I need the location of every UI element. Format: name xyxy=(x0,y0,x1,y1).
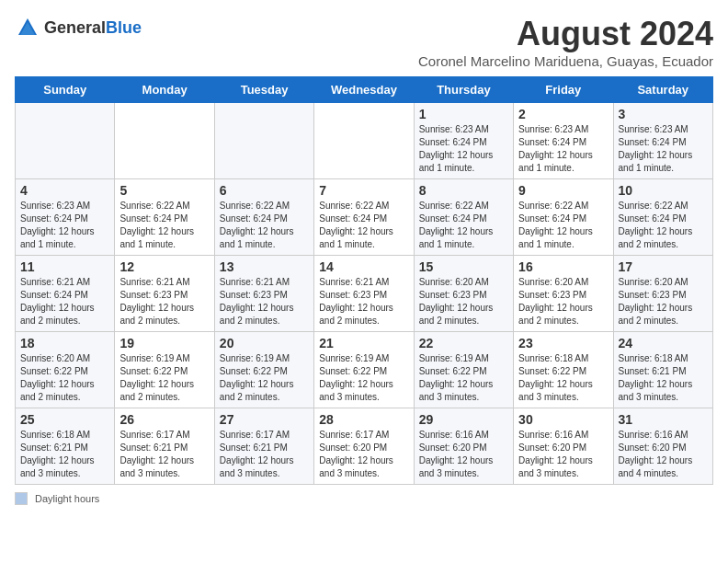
date-number: 5 xyxy=(119,183,209,198)
week-row-5: 25Sunrise: 6:18 AM Sunset: 6:21 PM Dayli… xyxy=(16,408,713,485)
logo-blue: Blue xyxy=(106,18,142,37)
week-row-3: 11Sunrise: 6:21 AM Sunset: 6:24 PM Dayli… xyxy=(16,256,713,332)
calendar-cell: 23Sunrise: 6:18 AM Sunset: 6:22 PM Dayli… xyxy=(514,332,613,408)
cell-info: Sunrise: 6:19 AM Sunset: 6:22 PM Dayligh… xyxy=(220,352,309,404)
cell-info: Sunrise: 6:16 AM Sunset: 6:20 PM Dayligh… xyxy=(419,429,508,480)
cell-info: Sunrise: 6:22 AM Sunset: 6:24 PM Dayligh… xyxy=(220,200,309,251)
calendar-cell: 6Sunrise: 6:22 AM Sunset: 6:24 PM Daylig… xyxy=(214,179,313,256)
calendar-cell xyxy=(16,103,115,179)
calendar-cell: 16Sunrise: 6:20 AM Sunset: 6:23 PM Dayli… xyxy=(514,256,613,332)
date-number: 30 xyxy=(518,412,608,427)
date-number: 19 xyxy=(119,336,209,350)
calendar-cell: 5Sunrise: 6:22 AM Sunset: 6:24 PM Daylig… xyxy=(115,179,214,256)
subtitle: Coronel Marcelino Mariduena, Guayas, Ecu… xyxy=(418,53,713,69)
calendar-cell: 20Sunrise: 6:19 AM Sunset: 6:22 PM Dayli… xyxy=(214,332,313,408)
title-area: August 2024 Coronel Marcelino Mariduena,… xyxy=(418,15,713,69)
calendar-cell: 27Sunrise: 6:17 AM Sunset: 6:21 PM Dayli… xyxy=(214,408,313,485)
cell-info: Sunrise: 6:20 AM Sunset: 6:22 PM Dayligh… xyxy=(20,352,109,404)
date-number: 10 xyxy=(619,183,708,198)
header-row: SundayMondayTuesdayWednesdayThursdayFrid… xyxy=(16,77,713,103)
date-number: 27 xyxy=(220,412,309,427)
legend: Daylight hours xyxy=(15,492,713,505)
day-header-thursday: Thursday xyxy=(414,77,513,103)
calendar-cell: 11Sunrise: 6:21 AM Sunset: 6:24 PM Dayli… xyxy=(16,256,115,332)
date-number: 3 xyxy=(619,107,708,121)
calendar-cell: 1Sunrise: 6:23 AM Sunset: 6:24 PM Daylig… xyxy=(414,103,513,179)
date-number: 16 xyxy=(518,259,608,274)
legend-box xyxy=(15,492,28,505)
date-number: 31 xyxy=(619,412,708,427)
calendar-cell: 28Sunrise: 6:17 AM Sunset: 6:20 PM Dayli… xyxy=(314,408,414,485)
calendar-cell: 30Sunrise: 6:16 AM Sunset: 6:20 PM Dayli… xyxy=(514,408,613,485)
calendar-cell xyxy=(115,103,214,179)
date-number: 7 xyxy=(319,183,408,198)
cell-info: Sunrise: 6:17 AM Sunset: 6:21 PM Dayligh… xyxy=(220,429,309,480)
date-number: 9 xyxy=(518,183,608,198)
cell-info: Sunrise: 6:23 AM Sunset: 6:24 PM Dayligh… xyxy=(20,200,109,251)
logo: GeneralBlue xyxy=(15,15,142,40)
date-number: 12 xyxy=(119,259,209,274)
date-number: 24 xyxy=(619,336,708,350)
cell-info: Sunrise: 6:20 AM Sunset: 6:23 PM Dayligh… xyxy=(619,276,708,327)
cell-info: Sunrise: 6:21 AM Sunset: 6:23 PM Dayligh… xyxy=(220,276,309,327)
date-number: 22 xyxy=(419,336,508,350)
cell-info: Sunrise: 6:21 AM Sunset: 6:23 PM Dayligh… xyxy=(319,276,408,327)
calendar-cell xyxy=(314,103,414,179)
date-number: 26 xyxy=(119,412,209,427)
calendar-cell: 12Sunrise: 6:21 AM Sunset: 6:23 PM Dayli… xyxy=(115,256,214,332)
week-row-2: 4Sunrise: 6:23 AM Sunset: 6:24 PM Daylig… xyxy=(16,179,713,256)
cell-info: Sunrise: 6:17 AM Sunset: 6:21 PM Dayligh… xyxy=(119,429,209,480)
calendar-cell: 25Sunrise: 6:18 AM Sunset: 6:21 PM Dayli… xyxy=(16,408,115,485)
calendar-cell: 8Sunrise: 6:22 AM Sunset: 6:24 PM Daylig… xyxy=(414,179,513,256)
cell-info: Sunrise: 6:21 AM Sunset: 6:24 PM Dayligh… xyxy=(20,276,109,327)
calendar-cell: 4Sunrise: 6:23 AM Sunset: 6:24 PM Daylig… xyxy=(16,179,115,256)
date-number: 1 xyxy=(419,107,508,121)
calendar-cell: 17Sunrise: 6:20 AM Sunset: 6:23 PM Dayli… xyxy=(613,256,712,332)
cell-info: Sunrise: 6:18 AM Sunset: 6:21 PM Dayligh… xyxy=(619,352,708,404)
main-title: August 2024 xyxy=(418,15,713,53)
cell-info: Sunrise: 6:16 AM Sunset: 6:20 PM Dayligh… xyxy=(518,429,608,480)
date-number: 11 xyxy=(20,259,109,274)
calendar-cell: 26Sunrise: 6:17 AM Sunset: 6:21 PM Dayli… xyxy=(115,408,214,485)
calendar-cell: 29Sunrise: 6:16 AM Sunset: 6:20 PM Dayli… xyxy=(414,408,513,485)
calendar-cell: 31Sunrise: 6:16 AM Sunset: 6:20 PM Dayli… xyxy=(613,408,712,485)
day-header-friday: Friday xyxy=(514,77,613,103)
calendar-cell: 22Sunrise: 6:19 AM Sunset: 6:22 PM Dayli… xyxy=(414,332,513,408)
cell-info: Sunrise: 6:22 AM Sunset: 6:24 PM Dayligh… xyxy=(619,200,708,251)
calendar-cell: 21Sunrise: 6:19 AM Sunset: 6:22 PM Dayli… xyxy=(314,332,414,408)
logo-text: GeneralBlue xyxy=(44,18,142,38)
date-number: 21 xyxy=(319,336,408,350)
date-number: 20 xyxy=(220,336,309,350)
date-number: 8 xyxy=(419,183,508,198)
cell-info: Sunrise: 6:19 AM Sunset: 6:22 PM Dayligh… xyxy=(319,352,408,404)
day-header-wednesday: Wednesday xyxy=(314,77,414,103)
cell-info: Sunrise: 6:20 AM Sunset: 6:23 PM Dayligh… xyxy=(419,276,508,327)
calendar-cell: 7Sunrise: 6:22 AM Sunset: 6:24 PM Daylig… xyxy=(314,179,414,256)
date-number: 6 xyxy=(220,183,309,198)
date-number: 4 xyxy=(20,183,109,198)
date-number: 17 xyxy=(619,259,708,274)
page-header: GeneralBlue August 2024 Coronel Marcelin… xyxy=(15,15,713,69)
date-number: 18 xyxy=(20,336,109,350)
week-row-1: 1Sunrise: 6:23 AM Sunset: 6:24 PM Daylig… xyxy=(16,103,713,179)
calendar-cell: 18Sunrise: 6:20 AM Sunset: 6:22 PM Dayli… xyxy=(16,332,115,408)
cell-info: Sunrise: 6:19 AM Sunset: 6:22 PM Dayligh… xyxy=(119,352,209,404)
day-header-monday: Monday xyxy=(115,77,214,103)
cell-info: Sunrise: 6:22 AM Sunset: 6:24 PM Dayligh… xyxy=(419,200,508,251)
date-number: 25 xyxy=(20,412,109,427)
logo-general: General xyxy=(44,18,106,37)
date-number: 29 xyxy=(419,412,508,427)
cell-info: Sunrise: 6:18 AM Sunset: 6:22 PM Dayligh… xyxy=(518,352,608,404)
day-header-sunday: Sunday xyxy=(16,77,115,103)
calendar-cell xyxy=(214,103,313,179)
date-number: 28 xyxy=(319,412,408,427)
date-number: 2 xyxy=(518,107,608,121)
cell-info: Sunrise: 6:18 AM Sunset: 6:21 PM Dayligh… xyxy=(20,429,109,480)
cell-info: Sunrise: 6:21 AM Sunset: 6:23 PM Dayligh… xyxy=(119,276,209,327)
calendar-cell: 13Sunrise: 6:21 AM Sunset: 6:23 PM Dayli… xyxy=(214,256,313,332)
date-number: 13 xyxy=(220,259,309,274)
cell-info: Sunrise: 6:20 AM Sunset: 6:23 PM Dayligh… xyxy=(518,276,608,327)
day-header-tuesday: Tuesday xyxy=(214,77,313,103)
cell-info: Sunrise: 6:22 AM Sunset: 6:24 PM Dayligh… xyxy=(518,200,608,251)
date-number: 15 xyxy=(419,259,508,274)
